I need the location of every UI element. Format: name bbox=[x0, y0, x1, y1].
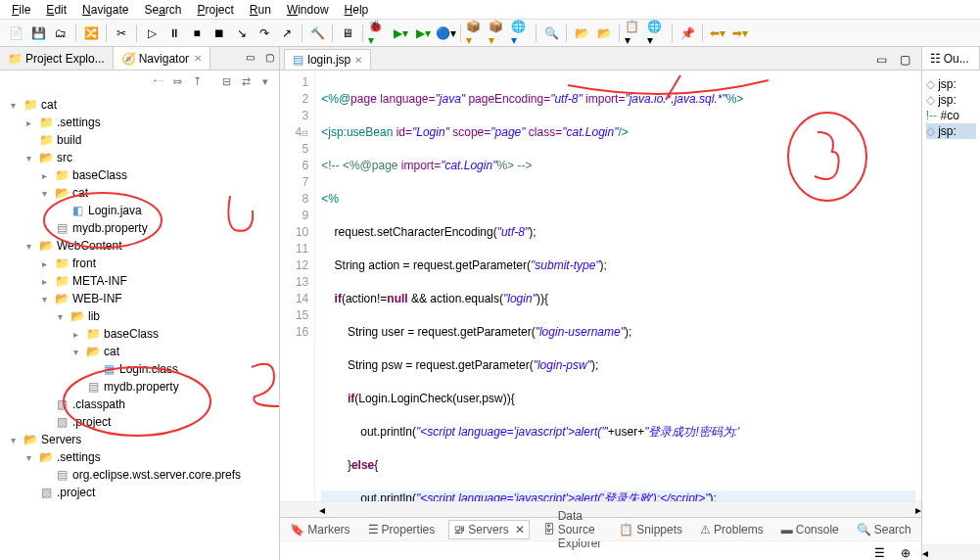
tree-twisty[interactable]: ▾ bbox=[37, 294, 51, 304]
save-all-icon[interactable]: 🗂 bbox=[51, 23, 70, 43]
task-icon[interactable]: 📋▾ bbox=[625, 23, 644, 43]
debug-skip-icon[interactable]: ▷ bbox=[142, 23, 162, 43]
tab-markers[interactable]: 🔖Markers bbox=[286, 521, 353, 538]
tree-twisty[interactable]: ▸ bbox=[37, 258, 51, 269]
max-icon[interactable]: ▢ bbox=[896, 50, 915, 70]
menu-file[interactable]: FFileile bbox=[6, 1, 36, 19]
tree-twisty[interactable]: ▾ bbox=[6, 100, 20, 111]
menu-window[interactable]: Window bbox=[281, 1, 335, 19]
search-icon[interactable]: 🔍 bbox=[541, 23, 561, 43]
tree-node[interactable]: ▸📁.settings bbox=[2, 114, 277, 131]
menu-bar[interactable]: FFileile Edit Navigate Search Project Ru… bbox=[0, 0, 980, 20]
tab-navigator[interactable]: 🧭 Navigator ✕ bbox=[114, 47, 210, 70]
tree-node[interactable]: ▧.project bbox=[2, 484, 277, 501]
min-icon[interactable]: ▭ bbox=[872, 50, 892, 70]
tree-twisty[interactable]: ▾ bbox=[22, 241, 35, 252]
tree-node[interactable]: ▤org.eclipse.wst.server.core.prefs bbox=[2, 466, 277, 484]
tab-servers[interactable]: 🖳Servers✕ bbox=[448, 520, 529, 539]
close-icon[interactable]: ✕ bbox=[354, 55, 362, 66]
pin-icon[interactable]: 📌 bbox=[677, 23, 697, 43]
debug-icon[interactable]: 🐞▾ bbox=[368, 23, 388, 43]
navigator-tree[interactable]: ▾📁cat▸📁.settings📁build▾📂src▸📁baseClass▾📂… bbox=[0, 92, 279, 560]
open-icon[interactable]: 📂 bbox=[572, 23, 591, 43]
tree-node[interactable]: ▸📁META-INF bbox=[2, 272, 277, 290]
tree-twisty[interactable]: ▾ bbox=[22, 153, 35, 163]
tab-snippets[interactable]: 📋Snippets bbox=[615, 521, 686, 538]
tree-node[interactable]: ▾📂cat bbox=[2, 184, 277, 202]
tab-project-explorer[interactable]: 📁 Project Explo... bbox=[0, 47, 114, 70]
debug-stop-icon[interactable]: ■ bbox=[187, 23, 207, 43]
tree-twisty[interactable]: ▸ bbox=[69, 329, 82, 340]
switch-icon[interactable]: 🔀 bbox=[81, 23, 101, 43]
step-over-icon[interactable]: ↷ bbox=[255, 23, 274, 43]
back-nav-icon[interactable]: ⬅▾ bbox=[708, 23, 727, 43]
new-class-icon[interactable]: 📦▾ bbox=[489, 23, 508, 43]
tree-node[interactable]: 📁build bbox=[2, 131, 277, 149]
tree-node[interactable]: ▾📂src bbox=[2, 149, 277, 166]
debug-pause-icon[interactable]: ⏸ bbox=[164, 23, 184, 43]
menu-run[interactable]: Run bbox=[244, 1, 277, 19]
new-pkg-icon[interactable]: 📦▾ bbox=[466, 23, 486, 43]
debug-disc-icon[interactable]: ⏹ bbox=[210, 23, 229, 43]
outline-item[interactable]: ◇ jsp: bbox=[926, 76, 976, 92]
tree-node[interactable]: ▾📂lib bbox=[2, 307, 277, 325]
task2-icon[interactable]: 🌐▾ bbox=[647, 23, 667, 43]
step-into-icon[interactable]: ↘ bbox=[232, 23, 252, 43]
max-icon[interactable]: ▢ bbox=[259, 47, 279, 67]
tab-properties[interactable]: ☰Properties bbox=[364, 521, 440, 538]
menu-help[interactable]: Help bbox=[339, 1, 375, 19]
min-icon[interactable]: ▭ bbox=[240, 47, 259, 67]
close-icon[interactable]: ✕ bbox=[515, 523, 525, 537]
tree-node[interactable]: ▧.project bbox=[2, 413, 277, 431]
outline-item[interactable]: ◇ jsp: bbox=[926, 92, 976, 108]
server-icon[interactable]: 🖥 bbox=[338, 23, 357, 43]
tree-twisty[interactable]: ▾ bbox=[69, 347, 82, 357]
tab-search[interactable]: 🔍Search bbox=[853, 521, 915, 538]
fwd-nav-icon[interactable]: ➡▾ bbox=[730, 23, 750, 43]
tab-console[interactable]: ▬Console bbox=[777, 521, 843, 538]
run-icon[interactable]: ▶▾ bbox=[391, 23, 410, 43]
fwd-icon[interactable]: ⤇ bbox=[169, 73, 185, 89]
menu-edit[interactable]: Edit bbox=[40, 1, 72, 19]
tree-node[interactable]: ▸📁baseClass bbox=[2, 166, 277, 184]
tree-node[interactable]: ▾📂WebContent bbox=[2, 237, 277, 255]
tree-twisty[interactable]: ▾ bbox=[22, 452, 35, 463]
open2-icon[interactable]: 📂 bbox=[594, 23, 614, 43]
console-pin-icon[interactable]: ⊕ bbox=[896, 543, 915, 560]
outline-item[interactable]: ◇ jsp: bbox=[926, 123, 976, 139]
menu-search[interactable]: Search bbox=[138, 1, 187, 19]
collapse-icon[interactable]: ⊟ bbox=[218, 73, 234, 89]
console-clear-icon[interactable]: ☰ bbox=[870, 543, 890, 560]
new-icon[interactable]: 📄 bbox=[6, 23, 25, 43]
tree-node[interactable]: ▾📂.settings bbox=[2, 448, 277, 466]
tree-node[interactable]: ▸📁front bbox=[2, 255, 277, 272]
tree-node[interactable]: ▤mydb.property bbox=[2, 219, 277, 237]
tree-node[interactable]: ▾📂WEB-INF bbox=[2, 290, 277, 307]
build-icon[interactable]: 🔨 bbox=[307, 23, 327, 43]
tree-node[interactable]: ▸📁baseClass bbox=[2, 325, 277, 343]
cut-icon[interactable]: ✂ bbox=[112, 23, 131, 43]
outline-scroll[interactable]: ◂ bbox=[922, 544, 980, 560]
tree-node[interactable]: ▾📂cat bbox=[2, 343, 277, 360]
close-icon[interactable]: ✕ bbox=[194, 53, 202, 64]
new-proj-icon[interactable]: 🌐▾ bbox=[511, 23, 531, 43]
menu-navigate[interactable]: Navigate bbox=[76, 1, 134, 19]
tree-node[interactable]: ◧Login.java bbox=[2, 202, 277, 219]
back-icon[interactable]: ⬸ bbox=[150, 73, 165, 89]
tab-outline[interactable]: ☷ Ou... bbox=[922, 47, 980, 70]
coverage-icon[interactable]: 🔵▾ bbox=[436, 23, 455, 43]
tree-twisty[interactable]: ▸ bbox=[37, 170, 51, 181]
tab-problems[interactable]: ⚠Problems bbox=[696, 521, 768, 538]
up-icon[interactable]: ⤒ bbox=[189, 73, 205, 89]
tree-twisty[interactable]: ▸ bbox=[22, 117, 35, 128]
save-icon[interactable]: 💾 bbox=[28, 23, 48, 43]
menu-project[interactable]: Project bbox=[191, 1, 239, 19]
tree-node[interactable]: ▦Login.class bbox=[2, 360, 277, 378]
tree-twisty[interactable]: ▾ bbox=[37, 188, 51, 199]
tree-twisty[interactable]: ▾ bbox=[6, 435, 20, 445]
outline-tree[interactable]: ◇ jsp: ◇ jsp: !-- #co ◇ jsp: bbox=[922, 70, 980, 145]
code-content[interactable]: <%@page language="java" pageEncoding="ut… bbox=[315, 70, 921, 501]
tree-node[interactable]: ▤mydb.property bbox=[2, 378, 277, 396]
tree-twisty[interactable]: ▸ bbox=[37, 276, 51, 287]
code-editor[interactable]: 1234⊟5678910111213141516 <%@page languag… bbox=[280, 70, 921, 501]
